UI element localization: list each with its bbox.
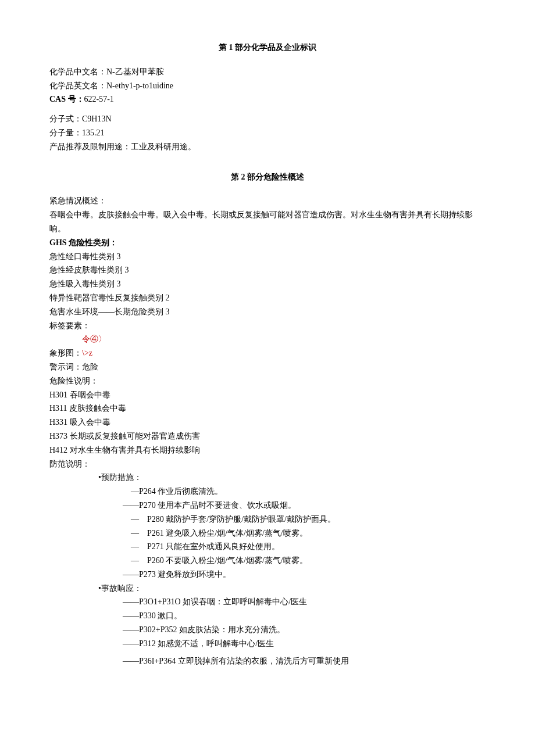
precaution-label: 防范说明： bbox=[49, 457, 486, 471]
value: 危险 bbox=[82, 363, 98, 371]
ghs-item: 危害水生环境——长期危险类别 3 bbox=[49, 305, 486, 319]
section-1-heading: 第 1 部分化学品及企业标识 bbox=[49, 41, 486, 55]
cas-number: CAS 号：622-57-1 bbox=[49, 92, 486, 106]
emergency-label: 紧急情况概述： bbox=[49, 194, 486, 208]
value: C9H13N bbox=[82, 114, 112, 123]
ghs-item: 特异性靶器官毒性反复接触类别 2 bbox=[49, 291, 486, 305]
chem-name-cn: 化学品中文名：N-乙基对甲苯胺 bbox=[49, 65, 486, 79]
pictogram-red-line1: 令④〉 bbox=[49, 332, 486, 346]
response-item: ——P302+P352 如皮肤沾染：用水充分清洗。 bbox=[49, 623, 486, 637]
label-elements: 标签要素： bbox=[49, 319, 486, 333]
ghs-item: 急性经皮肤毒性类别 3 bbox=[49, 263, 486, 277]
value: N-ethy1-p-to1uidine bbox=[106, 81, 173, 90]
value: 工业及科研用途。 bbox=[131, 142, 196, 151]
prevention-item: ——P270 使用本产品时不要进食、饮水或吸烟。 bbox=[49, 499, 486, 513]
ghs-item: 急性吸入毒性类别 3 bbox=[49, 277, 486, 291]
hazard-item: H331 吸入会中毒 bbox=[49, 415, 486, 429]
chem-name-en: 化学品英文名：N-ethy1-p-to1uidine bbox=[49, 79, 486, 93]
value: 135.21 bbox=[82, 128, 105, 137]
hazard-item: H373 长期或反复接触可能对器官造成伤害 bbox=[49, 429, 486, 443]
molecular-weight: 分子量：135.21 bbox=[49, 126, 486, 140]
response-item: ——P312 如感觉不适，呼叫解毒中心/医生 bbox=[49, 637, 486, 651]
hazard-label: 危险性说明： bbox=[49, 374, 486, 388]
label: CAS 号： bbox=[49, 95, 84, 103]
prevention-item: —P264 作业后彻底清洗。 bbox=[49, 485, 486, 499]
hazard-item: H301 吞咽会中毒 bbox=[49, 388, 486, 402]
usage: 产品推荐及限制用途：工业及科研用途。 bbox=[49, 140, 486, 154]
label: 分子式： bbox=[49, 114, 82, 123]
ghs-label: GHS 危险性类别： bbox=[49, 236, 486, 250]
response-header: •事故响应： bbox=[49, 582, 486, 596]
response-item: ——P3O1+P31O 如误吞咽：立即呼叫解毒中心/医生 bbox=[49, 595, 486, 609]
prevention-header: •预防措施： bbox=[49, 471, 486, 485]
prevention-item: — P261 避免吸入粉尘/烟/气体/烟雾/蒸气/喷雾。 bbox=[49, 526, 486, 540]
molecular-formula: 分子式：C9H13N bbox=[49, 112, 486, 126]
hazard-item: H311 皮肤接触会中毒 bbox=[49, 402, 486, 415]
prevention-item: — P280 戴防护手套/穿防护服/戴防护眼罩/戴防护面具。 bbox=[49, 513, 486, 526]
label: 产品推荐及限制用途： bbox=[49, 142, 131, 151]
response-item: ——P36I+P364 立即脱掉所有沾染的衣服，清洗后方可重新使用 bbox=[49, 654, 486, 668]
response-item: ——P330 漱口。 bbox=[49, 609, 486, 623]
pictogram-line: 象形图：\>z bbox=[49, 346, 486, 360]
label: 化学品英文名： bbox=[49, 81, 106, 90]
label: 警示词： bbox=[49, 363, 82, 371]
emergency-text: 吞咽会中毒。皮肤接触会中毒。吸入会中毒。长期或反复接触可能对器官造成伤害。对水生… bbox=[49, 208, 486, 236]
hazard-item: H412 对水生生物有害并具有长期持续影响 bbox=[49, 443, 486, 457]
signal-word: 警示词：危险 bbox=[49, 360, 486, 374]
label: 化学品中文名： bbox=[49, 67, 106, 76]
prevention-item: — P260 不要吸入粉尘/烟/气体/烟雾/蒸气/喷雾。 bbox=[49, 554, 486, 568]
section-2-heading: 第 2 部分危险性概述 bbox=[49, 170, 486, 184]
value: 622-57-1 bbox=[84, 95, 114, 103]
value: N-乙基对甲苯胺 bbox=[106, 67, 164, 76]
prevention-item: ——P273 避免释放到环境中。 bbox=[49, 568, 486, 582]
prevention-item: — P271 只能在室外或通风良好处使用。 bbox=[49, 540, 486, 554]
pictogram-glyph-icon: \>z bbox=[82, 349, 92, 357]
ghs-item: 急性经口毒性类别 3 bbox=[49, 250, 486, 264]
pictogram-label: 象形图： bbox=[49, 349, 82, 357]
label: 分子量： bbox=[49, 128, 82, 137]
